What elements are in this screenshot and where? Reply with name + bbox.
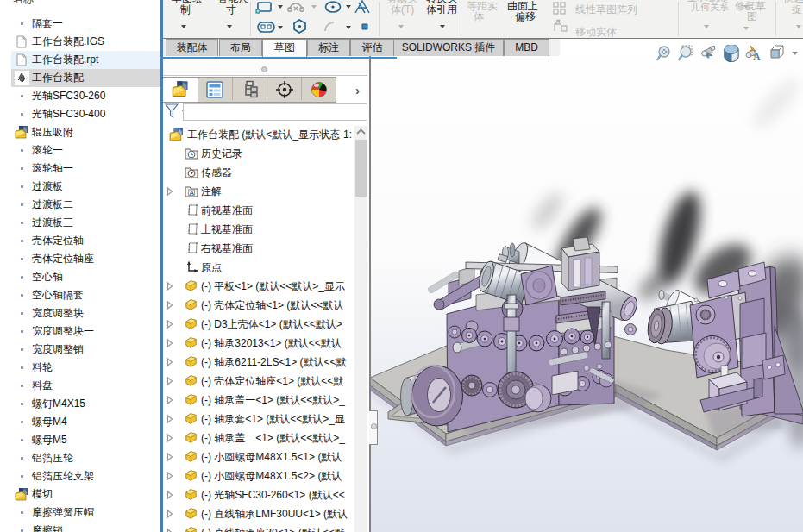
svg-text:A: A xyxy=(190,189,195,197)
svg-text:A: A xyxy=(753,51,761,63)
